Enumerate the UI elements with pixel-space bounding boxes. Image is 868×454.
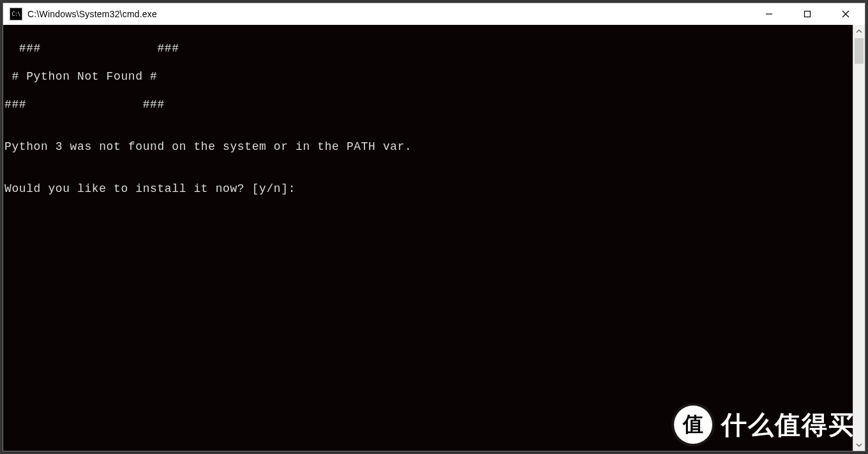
cmd-icon: C:\ [10, 8, 22, 20]
titlebar[interactable]: C:\ C:\Windows\System32\cmd.exe [3, 3, 865, 25]
scroll-thumb[interactable] [855, 38, 864, 64]
svg-rect-1 [805, 11, 811, 17]
close-button[interactable] [827, 3, 865, 25]
console-line: Would you like to install it now? [y/n]: [3, 182, 853, 196]
maximize-button[interactable] [788, 3, 827, 25]
console-output[interactable]: ### ### # Python Not Found # ### ### Pyt… [3, 25, 853, 451]
chevron-up-icon [856, 28, 862, 34]
window-controls [750, 3, 865, 25]
console-line: # Python Not Found # [3, 70, 853, 84]
console-line: ### ### [3, 98, 853, 112]
scroll-track[interactable] [853, 37, 865, 439]
vertical-scrollbar[interactable] [853, 25, 865, 451]
console-line: Python 3 was not found on the system or … [3, 140, 853, 154]
close-icon [842, 10, 849, 18]
maximize-icon [804, 10, 811, 18]
scroll-up-button[interactable] [853, 25, 865, 37]
minimize-button[interactable] [750, 3, 788, 25]
chevron-down-icon [856, 442, 862, 448]
console-line: ### ### [3, 41, 853, 55]
window-title: C:\Windows\System32\cmd.exe [27, 9, 157, 19]
client-area: ### ### # Python Not Found # ### ### Pyt… [3, 25, 865, 451]
scroll-down-button[interactable] [853, 439, 865, 451]
minimize-icon [765, 10, 773, 18]
cmd-window: C:\ C:\Windows\System32\cmd.exe ### ### … [3, 3, 865, 451]
